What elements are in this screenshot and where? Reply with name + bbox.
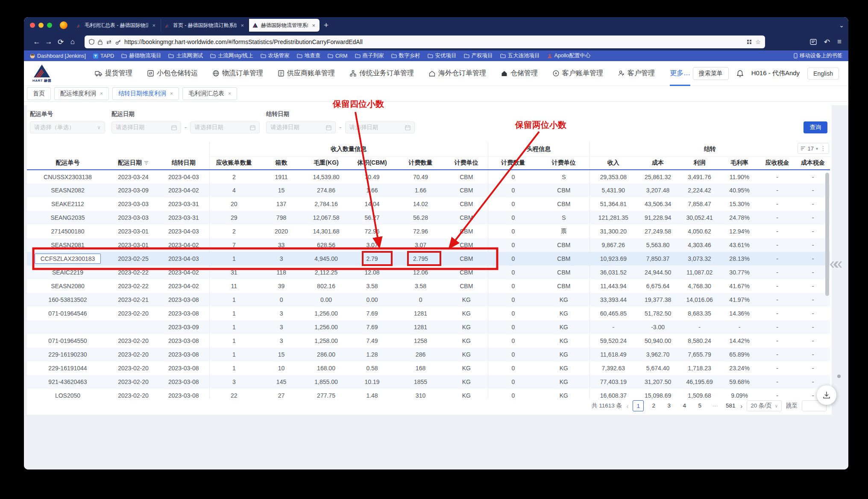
page-number-2[interactable]: 2 [648, 400, 659, 411]
column-settings-control[interactable]: 17 ▾ ⋮ [798, 143, 830, 154]
nav-item-9[interactable]: 客户管理 [618, 61, 655, 86]
zoom-window-button[interactable] [47, 23, 52, 28]
dispatch-date-to-input[interactable]: 请选择日期 [190, 121, 260, 133]
new-tab-button[interactable]: + [324, 21, 328, 30]
page-number-581[interactable]: 581 [725, 400, 736, 411]
table-row[interactable]: CCFSZLAX23001832023-02-252023-04-03134,9… [27, 252, 830, 266]
table-column-header[interactable]: 计费数量 [396, 156, 445, 170]
bookmark-item[interactable]: 五大连池项目 [500, 52, 540, 59]
table-row[interactable]: 071-019645502023-02-202023-03-08131,258.… [27, 334, 830, 348]
back-icon[interactable]: ← [31, 38, 43, 46]
browser-tab[interactable]: 毛利润汇总表 - 赫德国际物流管理× [73, 19, 160, 32]
table-column-header[interactable]: 体积(CBM) [348, 156, 396, 170]
table-column-header[interactable]: 计费数量 [488, 156, 538, 170]
bookmark-item[interactable]: 农场管家 [261, 52, 290, 59]
page-tab-close-icon[interactable]: × [228, 91, 231, 97]
bookmark-item[interactable]: 土流网测试 [168, 52, 203, 59]
nav-item-3[interactable]: 物流订单管理 [213, 61, 263, 86]
browser-tab[interactable]: 赫德国际物流管理系统后台端× [249, 19, 320, 32]
list-all-tabs-chevron-icon[interactable]: ⌄ [839, 22, 844, 29]
bookmark-item[interactable]: 产权项目 [464, 52, 493, 59]
shield-icon[interactable] [89, 39, 94, 45]
table-column-header[interactable]: 收入 [589, 156, 637, 170]
nav-item-8[interactable]: 客户账单管理 [553, 61, 603, 86]
page-number-5[interactable]: 5 [694, 400, 705, 411]
bookmark-item[interactable]: 土流网stg/线上 [210, 52, 253, 59]
next-page-icon[interactable]: › [740, 402, 742, 410]
tab-sync-icon[interactable] [810, 39, 817, 45]
table-row[interactable]: 27145001802023-03-012023-04-032202014,30… [27, 224, 830, 238]
table-row[interactable]: LOS20502023-02-202023-03-082227277.751.4… [27, 389, 830, 399]
nav-item-10[interactable]: 更多… [670, 61, 690, 86]
language-button[interactable]: English [807, 68, 839, 80]
bookmark-item[interactable]: Dashboard [Jenkins] [30, 53, 86, 59]
collapse-panel-handle[interactable]: «« [830, 255, 838, 273]
bookmark-item[interactable]: 地查查 [297, 52, 321, 59]
bell-icon[interactable] [736, 70, 744, 77]
lock-icon[interactable] [98, 39, 103, 45]
table-row[interactable]: 071-019645462023-02-202023-03-08131,256.… [27, 307, 830, 320]
table-column-header[interactable]: 应收税金 [759, 156, 796, 170]
history-icon[interactable]: ↶ [824, 38, 830, 47]
url-bar[interactable]: https://bookingmgr.hart-worldwide.com/#/… [85, 35, 765, 48]
prev-page-icon[interactable]: ‹ [626, 402, 628, 410]
bookmark-star-icon[interactable]: ☆ [755, 38, 761, 45]
query-button[interactable]: 查询 [803, 121, 827, 133]
selected-dispatch-no-cell[interactable]: CCFSZLAX2300183 [35, 254, 101, 264]
bookmark-item[interactable]: TAPD [93, 53, 114, 59]
bookmark-mobile-device[interactable]: 移动设备上的书签 [794, 52, 842, 59]
nav-item-1[interactable]: 提货管理 [95, 61, 132, 86]
dispatch-date-from-input[interactable]: 请选择日期 [111, 121, 181, 133]
table-row[interactable]: CNUSSX23031382023-03-242023-04-032191114… [27, 170, 830, 183]
reload-icon[interactable]: ⟳ [55, 38, 67, 47]
tab-close-icon[interactable]: × [311, 22, 316, 29]
browser-tab[interactable]: 首页 - 赫德国际物流订舱系统× [161, 19, 248, 32]
download-button[interactable] [817, 385, 836, 405]
bookmark-item[interactable]: Apollo配置中心 [547, 52, 591, 59]
menu-icon[interactable]: ≡ [837, 38, 842, 46]
page-tab[interactable]: 首页 [27, 87, 51, 100]
table-column-header[interactable]: 应收账单数量 [209, 156, 258, 170]
page-tab-close-icon[interactable]: × [170, 91, 173, 97]
table-column-header[interactable]: 利润 [679, 156, 720, 170]
table-column-header[interactable]: 成本税金 [796, 156, 830, 170]
nav-item-2[interactable]: 小包仓储转运 [147, 61, 198, 86]
table-row[interactable]: 160-538135022023-02-212023-03-08100.000.… [27, 293, 830, 307]
table-column-header[interactable]: 毛利率 [720, 156, 759, 170]
page-number-4[interactable]: 4 [679, 400, 690, 411]
minimize-window-button[interactable] [38, 23, 44, 28]
bookmark-item[interactable]: 数字乡村 [391, 52, 420, 59]
key-icon[interactable] [115, 39, 121, 45]
table-row[interactable]: SEASN20822023-03-092023-04-02415274.861.… [27, 183, 830, 197]
table-column-header[interactable]: 配运单号 [27, 156, 108, 170]
bookmark-item[interactable]: CRM [328, 53, 347, 59]
page-tab-close-icon[interactable]: × [100, 91, 103, 97]
table-row[interactable]: 921-436204632023-02-202023-03-0831451,85… [27, 375, 830, 389]
user-name[interactable]: H016 - 代伟Andy [751, 69, 800, 77]
bookmark-item[interactable]: 燕子到家 [355, 52, 384, 59]
table-column-header[interactable]: 结转日期 [158, 156, 209, 170]
table-row[interactable]: SEANG20352023-03-032023-03-312979812,067… [27, 211, 830, 224]
table-row[interactable]: 229-161910442023-02-202023-03-08110168.0… [27, 361, 830, 375]
table-row[interactable]: 2023-03-09131,256.007.691281KG0KG--3.00-… [27, 320, 830, 334]
proxy-switch-icon[interactable] [106, 40, 112, 44]
search-menu-button[interactable]: 搜索菜单 [693, 67, 729, 80]
tab-close-icon[interactable]: × [240, 22, 245, 29]
kebab-menu-icon[interactable]: ⋮ [820, 145, 826, 152]
hart-logo[interactable]: HART 赫德 [30, 64, 54, 83]
nav-item-5[interactable]: 传统业务订单管理 [350, 61, 414, 86]
nav-item-6[interactable]: 海外仓订单管理 [429, 61, 486, 86]
close-window-button[interactable] [30, 23, 35, 28]
page-size-select[interactable]: 20 条/页∨ [747, 400, 782, 411]
table-row[interactable]: SEASN20802023-02-222023-04-021139802.163… [27, 279, 830, 293]
table-row[interactable]: SEAKE21122023-03-032023-03-31201372,784.… [27, 197, 830, 211]
sort-filter-icon[interactable] [144, 161, 149, 165]
page-tab[interactable]: 配运维度利润× [54, 87, 109, 100]
page-tab[interactable]: 毛利润汇总表× [182, 87, 237, 100]
bookmark-item[interactable]: 安优项目 [428, 52, 457, 59]
dispatch-no-select[interactable]: 请选择（单选）∨ [30, 121, 105, 133]
carryforward-date-to-input[interactable]: 请选择日期 [345, 121, 415, 133]
table-column-header[interactable]: 计费单位 [538, 156, 589, 170]
home-icon[interactable]: ⌂ [67, 38, 79, 46]
table-column-header[interactable]: 成本 [637, 156, 679, 170]
